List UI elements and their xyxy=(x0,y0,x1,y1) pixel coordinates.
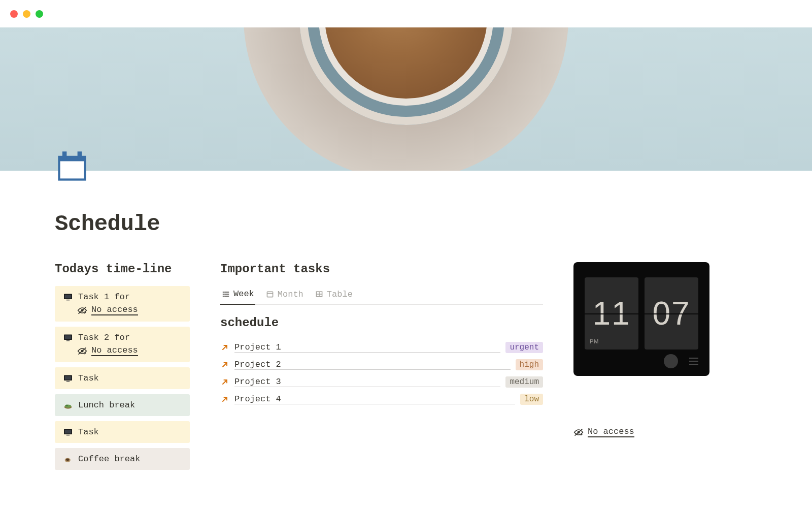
clock-hours: 11 PM xyxy=(585,277,638,350)
arrow-up-right-icon xyxy=(220,360,229,369)
tasks-column: Important tasks WeekMonthTable schedule … xyxy=(220,262,543,475)
timeline-item-label: Task xyxy=(78,427,99,437)
no-access-label: No access xyxy=(91,305,138,315)
project-item[interactable]: Project 2high xyxy=(220,357,543,372)
page-cover[interactable] xyxy=(0,27,812,171)
title-bar xyxy=(0,0,812,27)
page-icon[interactable] xyxy=(55,149,89,180)
widgets-column: 11 PM 07 xyxy=(573,262,757,475)
clock-flaps: 11 PM 07 xyxy=(585,277,698,350)
timeline-item-label: Coffee break xyxy=(78,454,140,464)
svg-rect-22 xyxy=(66,434,70,435)
svg-rect-15 xyxy=(65,376,72,379)
project-name: Project 2 xyxy=(234,360,511,370)
timeline-row: Task xyxy=(63,427,182,437)
coffee-icon xyxy=(63,455,73,463)
timeline-item[interactable]: Task xyxy=(55,421,190,443)
arrow-up-right-icon xyxy=(220,395,229,404)
computer-icon xyxy=(63,428,73,436)
clock-hours-text: 11 xyxy=(592,295,630,332)
computer-icon xyxy=(63,334,73,342)
tab-label: Week xyxy=(233,289,254,299)
svg-rect-10 xyxy=(65,335,72,339)
timeline-row: Coffee break xyxy=(63,454,182,464)
columns: Todays time-line Task 1 forNo accessTask… xyxy=(55,262,757,475)
timeline-item-label: Task 2 for xyxy=(78,333,130,342)
timeline-column: Todays time-line Task 1 forNo accessTask… xyxy=(55,262,190,475)
project-name: Project 4 xyxy=(234,394,515,404)
eye-off-icon xyxy=(77,306,87,315)
eye-off-icon xyxy=(77,346,87,356)
page-content: Schedule Todays time-line Task 1 forNo a… xyxy=(0,171,812,475)
project-item[interactable]: Project 1urgent xyxy=(220,340,543,355)
page-title[interactable]: Schedule xyxy=(55,211,757,237)
timeline-item-label: Task xyxy=(78,373,99,383)
priority-badge: high xyxy=(516,359,543,370)
no-access-row[interactable]: No access xyxy=(77,305,182,315)
svg-rect-5 xyxy=(65,295,72,298)
timeline-item[interactable]: Lunch break xyxy=(55,394,190,416)
project-item[interactable]: Project 4low xyxy=(220,392,543,407)
clock-widget[interactable]: 11 PM 07 xyxy=(573,262,709,376)
salad-icon xyxy=(63,401,73,409)
no-access-row[interactable]: No access xyxy=(77,345,182,356)
timeline-row: Task 1 for xyxy=(63,292,182,302)
timeline-row: Task xyxy=(63,373,182,383)
no-access-label: No access xyxy=(91,345,138,356)
clock-ampm: PM xyxy=(590,338,599,344)
no-access-block[interactable]: No access xyxy=(573,427,757,437)
clock-footer xyxy=(585,350,698,367)
no-access-label: No access xyxy=(588,427,634,437)
month-view-icon xyxy=(265,290,275,299)
timeline-item[interactable]: Task 1 forNo access xyxy=(55,286,190,322)
timeline-item[interactable]: Task xyxy=(55,367,190,389)
svg-rect-21 xyxy=(65,430,72,433)
timeline-row: Lunch break xyxy=(63,400,182,410)
priority-badge: medium xyxy=(505,376,543,388)
tab-table[interactable]: Table xyxy=(314,286,354,304)
timeline-heading: Todays time-line xyxy=(55,262,190,276)
arrow-up-right-icon xyxy=(220,377,229,387)
clock-minutes-text: 07 xyxy=(652,295,690,332)
project-item[interactable]: Project 3medium xyxy=(220,374,543,390)
project-name: Project 1 xyxy=(234,342,500,353)
eye-off-icon xyxy=(573,428,584,437)
clock-menu-icon[interactable] xyxy=(689,358,698,365)
tab-label: Month xyxy=(278,290,303,299)
svg-rect-11 xyxy=(66,340,70,341)
arrow-up-right-icon xyxy=(220,343,229,352)
tab-label: Table xyxy=(327,290,353,299)
timeline-list: Task 1 forNo accessTask 2 forNo accessTa… xyxy=(55,286,190,470)
clock-dot-icon[interactable] xyxy=(664,354,678,368)
tab-week[interactable]: Week xyxy=(220,286,255,305)
computer-icon xyxy=(63,374,73,383)
close-window-button[interactable] xyxy=(10,10,18,18)
table-view-icon xyxy=(315,290,324,299)
priority-badge: urgent xyxy=(505,342,543,353)
svg-rect-16 xyxy=(66,380,70,382)
svg-point-19 xyxy=(65,404,68,406)
week-view-icon xyxy=(221,290,230,299)
project-name: Project 3 xyxy=(234,377,500,387)
tasks-heading: Important tasks xyxy=(220,262,543,276)
priority-badge: low xyxy=(520,394,543,405)
svg-rect-6 xyxy=(66,299,70,300)
tab-month[interactable]: Month xyxy=(264,286,304,304)
timeline-row: Task 2 for xyxy=(63,333,182,342)
view-tabs: WeekMonthTable xyxy=(220,286,543,305)
svg-rect-25 xyxy=(267,292,273,297)
timeline-item-label: Lunch break xyxy=(78,400,135,410)
svg-rect-2 xyxy=(62,151,67,159)
timeline-item-label: Task 1 for xyxy=(78,292,130,302)
maximize-window-button[interactable] xyxy=(36,10,43,18)
svg-rect-3 xyxy=(78,151,82,159)
calendar-icon xyxy=(55,149,89,184)
minimize-window-button[interactable] xyxy=(23,10,30,18)
projects-list: Project 1urgentProject 2highProject 3med… xyxy=(220,340,543,407)
svg-rect-1 xyxy=(60,161,84,178)
svg-point-24 xyxy=(66,458,69,461)
timeline-item[interactable]: Coffee break xyxy=(55,448,190,470)
clock-minutes: 07 xyxy=(645,277,698,350)
timeline-item[interactable]: Task 2 forNo access xyxy=(55,327,190,362)
schedule-title[interactable]: schedule xyxy=(220,316,543,330)
